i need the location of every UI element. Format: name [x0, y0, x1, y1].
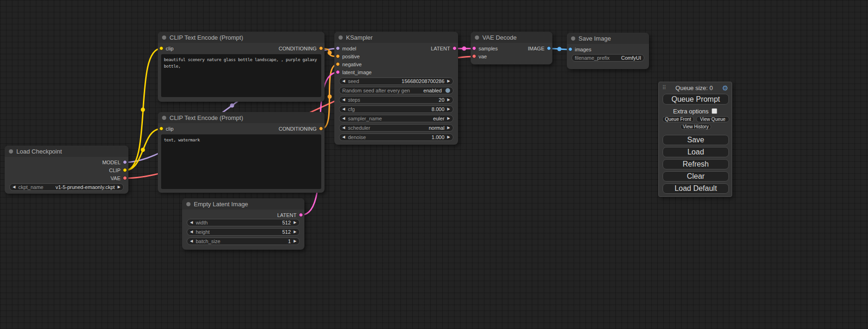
input-port-vae[interactable]: vae	[472, 54, 487, 59]
widget-height[interactable]: ◀ height 512 ▶	[187, 228, 300, 236]
decrement-arrow-icon[interactable]: ◀	[190, 230, 193, 234]
output-port-latent[interactable]: LATENT	[431, 46, 457, 51]
node-clip-text-encode-negative[interactable]: CLIP Text Encode (Prompt) clip CONDITION…	[158, 112, 325, 193]
clear-button[interactable]: Clear	[663, 171, 729, 182]
decrement-arrow-icon[interactable]: ◀	[342, 79, 345, 83]
node-vae-decode[interactable]: VAE Decode samples IMAGE vae	[471, 32, 552, 64]
decrement-arrow-icon[interactable]: ◀	[190, 221, 193, 224]
image-port-dot[interactable]	[547, 46, 551, 50]
widget-scheduler[interactable]: ◀ scheduler normal ▶	[339, 124, 453, 132]
decrement-arrow-icon[interactable]: ◀	[342, 135, 345, 139]
increment-arrow-icon[interactable]: ▶	[447, 107, 450, 111]
collapse-dot-icon[interactable]	[9, 149, 13, 154]
decrement-arrow-icon[interactable]: ◀	[342, 107, 345, 111]
decrement-arrow-icon[interactable]: ◀	[342, 117, 345, 120]
collapse-dot-icon[interactable]	[162, 116, 166, 120]
model-port-dot[interactable]	[336, 46, 340, 50]
increment-arrow-icon[interactable]: ▶	[447, 79, 450, 83]
widget-seed[interactable]: ◀ seed 156680208700286 ▶	[339, 77, 453, 85]
drag-handle-icon[interactable]: ⠿	[662, 84, 666, 91]
increment-arrow-icon[interactable]: ▶	[294, 221, 296, 224]
collapse-dot-icon[interactable]	[186, 202, 191, 206]
node-title-bar[interactable]: Save Image	[567, 33, 649, 44]
widget-sampler-name[interactable]: ◀ sampler_name euler ▶	[339, 115, 453, 122]
output-port-conditioning[interactable]: CONDITIONING	[279, 126, 323, 132]
increment-arrow-icon[interactable]: ▶	[447, 135, 450, 139]
positive-prompt-textarea[interactable]: beautiful scenery nature glass bottle la…	[161, 54, 321, 97]
decrement-arrow-icon[interactable]: ◀	[190, 239, 193, 243]
node-title-bar[interactable]: Empty Latent Image	[182, 198, 304, 210]
clip-port-dot[interactable]	[159, 46, 163, 50]
conditioning-port-dot[interactable]	[319, 46, 323, 50]
node-title-bar[interactable]: KSampler	[334, 32, 458, 43]
model-port-dot[interactable]	[123, 160, 127, 164]
collapse-dot-icon[interactable]	[339, 35, 343, 40]
vae-port-dot[interactable]	[472, 54, 476, 58]
widget-ckpt-name[interactable]: ◀ ckpt_name v1-5-pruned-emaonly.ckpt ▶	[9, 183, 124, 191]
extra-options-checkbox[interactable]	[712, 108, 717, 114]
clip-port-dot[interactable]	[159, 126, 163, 131]
toggle-dot-icon[interactable]	[445, 88, 450, 93]
input-port-images[interactable]: images	[568, 47, 591, 52]
decrement-arrow-icon[interactable]: ◀	[13, 185, 15, 189]
latent-port-dot[interactable]	[299, 213, 303, 217]
output-port-conditioning[interactable]: CONDITIONING	[279, 46, 323, 51]
node-load-checkpoint[interactable]: Load Checkpoint MODEL CLIP VAE	[5, 146, 128, 194]
node-graph-canvas[interactable]: Load Checkpoint MODEL CLIP VAE	[0, 0, 868, 329]
latent-port-dot[interactable]	[336, 70, 340, 74]
output-port-vae[interactable]: VAE	[111, 175, 127, 181]
output-port-image[interactable]: IMAGE	[528, 46, 551, 51]
decrement-arrow-icon[interactable]: ◀	[342, 98, 345, 102]
save-button[interactable]: Save	[663, 135, 729, 145]
conditioning-port-dot[interactable]	[319, 126, 323, 131]
conditioning-port-dot[interactable]	[336, 54, 340, 58]
settings-gear-icon[interactable]: ⚙	[722, 84, 728, 91]
queue-front-button[interactable]: Queue Front	[662, 116, 694, 122]
clip-port-dot[interactable]	[123, 168, 127, 172]
node-empty-latent-image[interactable]: Empty Latent Image LATENT ◀ width 512 ▶ …	[182, 198, 304, 250]
image-port-dot[interactable]	[568, 47, 572, 51]
widget-batch-size[interactable]: ◀ batch_size 1 ▶	[187, 238, 300, 245]
node-title-bar[interactable]: CLIP Text Encode (Prompt)	[158, 112, 325, 123]
load-default-button[interactable]: Load Default	[663, 183, 729, 194]
decrement-arrow-icon[interactable]: ◀	[342, 126, 345, 130]
collapse-dot-icon[interactable]	[475, 35, 479, 40]
node-title-bar[interactable]: VAE Decode	[471, 32, 552, 43]
view-history-button[interactable]: View History	[680, 124, 711, 130]
view-queue-button[interactable]: View Queue	[696, 116, 729, 122]
latent-port-dot[interactable]	[452, 46, 457, 50]
input-port-latent-image[interactable]: latent_image	[336, 70, 372, 75]
collapse-dot-icon[interactable]	[162, 35, 166, 40]
refresh-button[interactable]: Refresh	[663, 159, 729, 169]
input-port-negative[interactable]: negative	[336, 62, 362, 67]
vae-port-dot[interactable]	[123, 176, 127, 180]
widget-steps[interactable]: ◀ steps 20 ▶	[339, 96, 453, 104]
increment-arrow-icon[interactable]: ▶	[294, 239, 296, 243]
node-title-bar[interactable]: CLIP Text Encode (Prompt)	[158, 32, 325, 43]
input-port-model[interactable]: model	[336, 46, 356, 51]
node-clip-text-encode-positive[interactable]: CLIP Text Encode (Prompt) clip CONDITION…	[158, 32, 325, 102]
increment-arrow-icon[interactable]: ▶	[118, 185, 120, 189]
widget-width[interactable]: ◀ width 512 ▶	[187, 219, 300, 226]
node-title-bar[interactable]: Load Checkpoint	[5, 146, 128, 157]
widget-denoise[interactable]: ◀ denoise 1.000 ▶	[339, 133, 453, 141]
increment-arrow-icon[interactable]: ▶	[447, 117, 450, 120]
increment-arrow-icon[interactable]: ▶	[447, 98, 450, 102]
negative-prompt-textarea[interactable]: text, watermark	[161, 134, 321, 189]
input-port-positive[interactable]: positive	[336, 54, 360, 59]
increment-arrow-icon[interactable]: ▶	[447, 126, 450, 130]
input-port-samples[interactable]: samples	[472, 46, 498, 51]
widget-filename-prefix[interactable]: filename_prefix ComfyUI	[572, 54, 644, 62]
latent-port-dot[interactable]	[472, 46, 476, 50]
node-save-image[interactable]: Save Image images filename_prefix ComfyU…	[567, 33, 649, 69]
output-port-latent[interactable]: LATENT	[277, 212, 303, 218]
increment-arrow-icon[interactable]: ▶	[294, 230, 296, 234]
conditioning-port-dot[interactable]	[336, 62, 340, 66]
input-port-clip[interactable]: clip	[159, 46, 174, 51]
queue-prompt-button[interactable]: Queue Prompt	[663, 94, 729, 105]
widget-cfg[interactable]: ◀ cfg 8.000 ▶	[339, 105, 453, 113]
load-button[interactable]: Load	[663, 147, 729, 157]
node-ksampler[interactable]: KSampler model LATENT positive	[334, 32, 458, 145]
collapse-dot-icon[interactable]	[571, 36, 575, 41]
input-port-clip[interactable]: clip	[159, 126, 174, 132]
